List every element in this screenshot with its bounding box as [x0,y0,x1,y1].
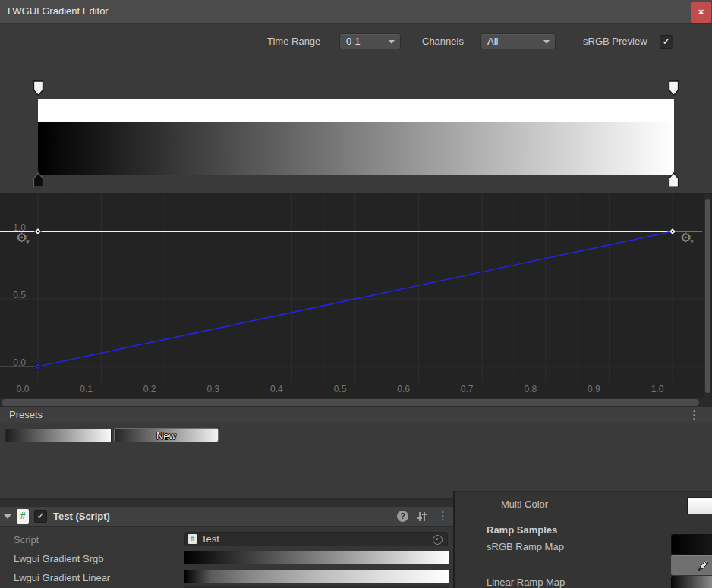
gear-icon[interactable]: ⚙▾ [680,231,695,247]
channels-dropdown[interactable]: All [480,33,556,49]
close-button[interactable]: × [691,2,711,23]
srgb-preview-checkbox[interactable]: ✓ [660,35,673,49]
svg-text:0.2: 0.2 [143,384,156,395]
svg-text:0.5: 0.5 [13,290,26,300]
gear-icon[interactable]: ⚙▾ [16,231,31,247]
script-object-field[interactable]: # Test [184,532,448,546]
svg-text:0.0: 0.0 [17,384,30,395]
presets-section-header[interactable]: Presets ⋮ [0,407,712,423]
window-title: LWGUI Gradient Editor [8,0,109,23]
component-title: Test (Script) [53,511,110,522]
linear-ramp-map-label: Linear Ramp Map [487,577,565,588]
script-field-value: Test [201,533,219,545]
gradient-srgb-label: Lwgui Gradient Srgb [14,553,104,564]
presets-title: Presets [9,409,43,420]
material-inspector-panel: Multi Color Ramp Samples sRGB Ramp Map L… [455,491,712,588]
svg-text:0.1: 0.1 [80,384,93,395]
multi-color-label: Multi Color [501,498,548,510]
title-bar[interactable]: LWGUI Gradient Editor × [0,0,712,23]
svg-text:0.4: 0.4 [270,384,283,395]
svg-text:0.9: 0.9 [588,384,600,395]
time-range-value: 0-1 [346,36,361,47]
foldout-arrow-icon[interactable] [4,514,11,519]
svg-text:0.5: 0.5 [334,384,347,395]
svg-text:0.3: 0.3 [206,384,219,395]
alpha-key-marker-left[interactable] [33,80,44,96]
ramp-samples-header: Ramp Samples [487,524,557,536]
lwgui-gradient-editor-window: { "window": { "title": "LWGUI Gradient E… [0,0,712,588]
color-key-marker-right[interactable] [668,172,679,188]
srgb-ramp-map-label: sRGB Ramp Map [487,541,564,552]
channels-value: All [487,36,498,47]
multi-color-swatch[interactable] [687,497,712,514]
preset-swatch-new[interactable]: New [114,428,219,442]
chevron-down-icon [543,40,550,44]
kebab-menu-icon[interactable]: ⋮ [688,408,700,422]
preset-swatch[interactable] [5,429,112,442]
srgb-preview-label: sRGB Preview [583,36,647,47]
gear-caret-icon: ▾ [26,237,30,245]
gradient-alpha-band[interactable] [38,99,674,122]
svg-text:0.7: 0.7 [461,384,474,395]
csharp-script-icon: # [188,534,197,544]
component-enabled-checkbox[interactable]: ✓ [34,510,47,523]
edit-ramp-button[interactable] [671,555,712,575]
channels-label: Channels [422,36,464,47]
gradient-color-band[interactable] [38,122,674,175]
svg-text:1.0: 1.0 [651,384,664,395]
gear-caret-icon: ▾ [690,237,694,245]
horizontal-scrollbar[interactable] [0,398,712,407]
color-key-marker-left[interactable] [33,172,44,188]
srgb-ramp-thumbnail[interactable] [671,534,712,555]
object-picker-icon[interactable] [433,535,443,545]
gradient-linear-label: Lwgui Gradient Linear [14,572,110,583]
inspector-panel: # ✓ Test (Script) ? ⋮ Script # Test Lwgu… [0,500,453,588]
svg-text:0.6: 0.6 [397,384,410,395]
csharp-script-icon: # [17,509,29,524]
time-range-label: Time Range [267,36,320,47]
curve-editor-panel[interactable]: 0.00.10.20.30.40.50.60.70.80.91.01.00.50… [0,193,712,407]
time-range-dropdown[interactable]: 0-1 [339,33,401,49]
linear-ramp-thumbnail[interactable] [671,576,712,588]
script-field-label: Script [14,534,39,546]
component-header[interactable]: # ✓ Test (Script) ? ⋮ [0,507,453,527]
horizontal-scrollbar-thumb[interactable] [2,399,699,406]
vertical-scrollbar-thumb[interactable] [705,199,710,393]
presets-icon[interactable] [416,511,428,523]
gradient-linear-swatch[interactable] [184,570,449,583]
kebab-menu-icon[interactable]: ⋮ [437,509,449,523]
svg-text:0.8: 0.8 [524,384,537,395]
pencil-icon [671,555,712,575]
vertical-scrollbar[interactable] [704,194,711,398]
chevron-down-icon [389,40,395,44]
help-icon[interactable]: ? [397,511,408,522]
gradient-srgb-swatch[interactable] [184,551,449,564]
titlebar-separator [0,23,712,24]
inspector-top-strip [0,500,453,507]
alpha-key-marker-right[interactable] [668,80,679,96]
svg-text:0.0: 0.0 [13,357,26,368]
curve-plot[interactable]: 0.00.10.20.30.40.50.60.70.80.91.01.00.50… [0,193,712,407]
preset-new-label: New [156,430,176,442]
